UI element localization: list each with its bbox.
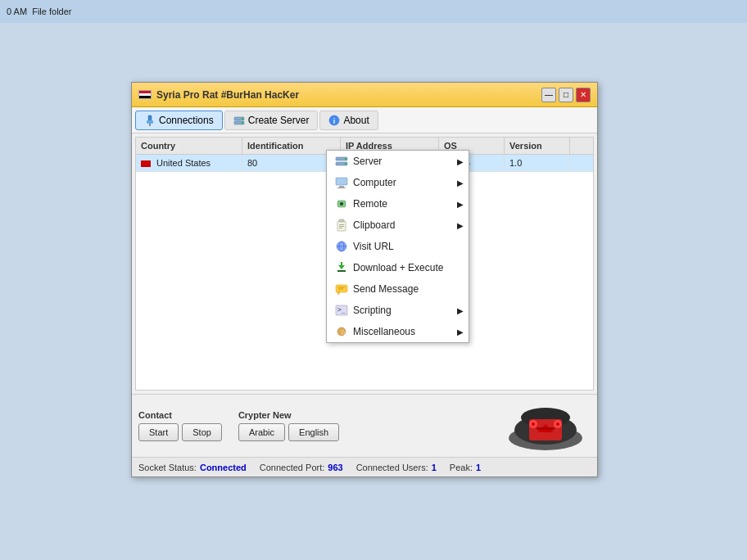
ctx-clipboard-label: Clipboard xyxy=(353,219,395,231)
flag-icon xyxy=(138,90,152,99)
contact-group: Contact Start Stop xyxy=(138,410,222,441)
svg-rect-29 xyxy=(339,219,344,222)
ctx-remote[interactable]: Remote ▶ xyxy=(327,193,469,215)
svg-point-21 xyxy=(345,158,346,160)
close-button[interactable]: ✕ xyxy=(576,88,591,102)
tab-about-label: About xyxy=(343,115,369,126)
socket-status-value: Connected xyxy=(200,463,247,472)
svg-rect-32 xyxy=(339,228,342,228)
svg-point-22 xyxy=(345,163,346,165)
tab-connections[interactable]: Connections xyxy=(135,111,223,130)
socket-status: Socket Status: Connected xyxy=(138,463,247,472)
cell-country: United States xyxy=(136,155,242,171)
svg-point-5 xyxy=(242,118,243,120)
ctx-miscellaneous-label: Miscellaneous xyxy=(353,326,415,337)
svg-rect-14 xyxy=(536,427,555,430)
logo-area xyxy=(500,401,591,450)
stop-button[interactable]: Stop xyxy=(182,423,222,441)
contact-label: Contact xyxy=(138,410,222,420)
ctx-clipboard[interactable]: Clipboard ▶ xyxy=(327,215,469,236)
download-icon xyxy=(335,261,348,274)
svg-text:☆: ☆ xyxy=(340,328,346,336)
ctx-visit-url[interactable]: Visit URL xyxy=(327,236,469,257)
svg-point-27 xyxy=(340,202,343,205)
ctx-remote-arrow: ▶ xyxy=(457,200,464,209)
contact-buttons: Start Stop xyxy=(138,423,222,441)
tab-create-server-label: Create Server xyxy=(248,115,310,126)
tab-connections-label: Connections xyxy=(159,115,214,126)
connected-port: Connected Port: 963 xyxy=(260,463,343,472)
us-flag xyxy=(141,160,151,167)
url-icon xyxy=(335,240,348,253)
plug-icon xyxy=(144,115,156,126)
svg-rect-0 xyxy=(148,115,152,120)
svg-marker-40 xyxy=(337,292,340,295)
header-country: Country xyxy=(136,138,242,154)
peak-value: 1 xyxy=(476,463,481,472)
ctx-remote-label: Remote xyxy=(353,198,387,210)
scripting-icon: >_ xyxy=(335,304,348,317)
menu-bar: Connections Create Server i About xyxy=(132,107,597,133)
ctx-computer-label: Computer xyxy=(353,177,396,188)
info-icon: i xyxy=(328,115,340,126)
clipboard-icon xyxy=(335,219,348,232)
svg-rect-23 xyxy=(336,178,347,185)
crypter-label: Crypter New xyxy=(238,410,339,420)
svg-text:>_: >_ xyxy=(337,306,346,314)
ctx-send-message[interactable]: Send Message xyxy=(327,278,469,300)
maximize-button[interactable]: □ xyxy=(559,88,573,102)
ctx-miscellaneous-arrow: ▶ xyxy=(457,327,464,336)
start-button[interactable]: Start xyxy=(138,423,179,441)
socket-status-label: Socket Status: xyxy=(138,463,197,472)
connected-port-label: Connected Port: xyxy=(260,463,325,472)
ctx-scripting[interactable]: >_ Scripting ▶ xyxy=(327,300,469,321)
svg-rect-25 xyxy=(337,187,346,188)
ctx-server[interactable]: Server ▶ xyxy=(327,151,469,172)
taskbar-type: File folder xyxy=(32,7,71,16)
crypter-group: Crypter New Arabic English xyxy=(238,410,339,441)
ctx-download-execute[interactable]: Download + Execute xyxy=(327,257,469,278)
server-icon xyxy=(233,115,245,126)
english-button[interactable]: English xyxy=(288,423,339,441)
status-bar: Socket Status: Connected Connected Port:… xyxy=(132,457,597,476)
context-menu: Server ▶ Computer ▶ Remote ▶ xyxy=(326,150,469,343)
computer-icon xyxy=(335,176,348,189)
peak-label: Peak: xyxy=(450,463,473,472)
svg-rect-31 xyxy=(339,226,344,227)
ctx-send-message-label: Send Message xyxy=(353,283,419,295)
cell-version: 1.0 xyxy=(505,155,570,171)
ctx-scripting-label: Scripting xyxy=(353,305,392,316)
taskbar-top: 0 AM File folder xyxy=(0,0,747,23)
svg-point-17 xyxy=(532,422,535,426)
ctx-clipboard-arrow: ▶ xyxy=(457,221,464,230)
title-bar: Syria Pro Rat #BurHan HacKer — □ ✕ xyxy=(132,83,597,107)
ctx-server-arrow: ▶ xyxy=(457,157,464,166)
connected-port-value: 963 xyxy=(328,463,342,472)
ctx-computer-arrow: ▶ xyxy=(457,178,464,187)
connected-users-label: Connected Users: xyxy=(356,463,428,472)
message-icon xyxy=(335,282,348,296)
misc-icon: ☆ xyxy=(335,325,348,338)
svg-rect-36 xyxy=(337,270,346,272)
minimize-button[interactable]: — xyxy=(541,88,556,102)
crypter-buttons: Arabic English xyxy=(238,423,339,441)
header-version: Version xyxy=(505,138,570,154)
tab-about[interactable]: i About xyxy=(319,111,378,130)
tab-create-server[interactable]: Create Server xyxy=(224,111,319,130)
svg-rect-1 xyxy=(147,120,153,124)
svg-rect-38 xyxy=(341,262,342,267)
ctx-miscellaneous[interactable]: ☆ Miscellaneous ▶ xyxy=(327,321,469,342)
remote-icon xyxy=(335,197,348,210)
connected-users-value: 1 xyxy=(432,463,437,472)
ctx-computer[interactable]: Computer ▶ xyxy=(327,172,469,193)
ctx-server-label: Server xyxy=(353,156,382,167)
connected-users: Connected Users: 1 xyxy=(356,463,437,472)
window-title: Syria Pro Rat #BurHan HacKer xyxy=(156,89,299,101)
svg-rect-24 xyxy=(339,186,344,187)
bottom-panel: Contact Start Stop Crypter New Arabic En… xyxy=(132,394,597,457)
arabic-button[interactable]: Arabic xyxy=(238,423,285,441)
svg-rect-30 xyxy=(339,224,344,225)
svg-point-6 xyxy=(242,122,243,124)
peak: Peak: 1 xyxy=(450,463,481,472)
svg-text:i: i xyxy=(333,117,336,125)
